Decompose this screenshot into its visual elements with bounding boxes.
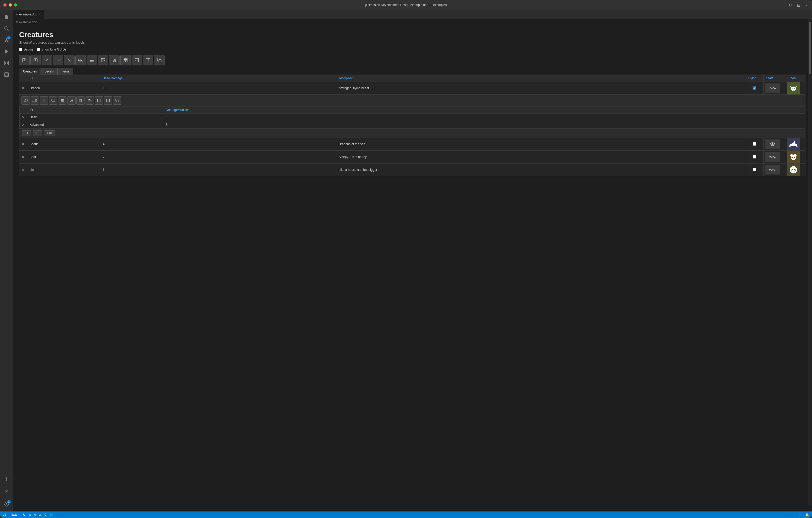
files-icon[interactable] [1,12,12,22]
dragon-delete-btn[interactable]: ✕ [19,85,27,92]
bell-icon[interactable]: 🔔 [805,513,809,517]
dragon-flying-cell[interactable] [745,82,763,95]
lion-delete-btn[interactable]: ✕ [19,166,27,173]
col-tooltip[interactable]: TooltipText [336,75,745,82]
col-icon[interactable]: Icon [787,75,806,82]
image-btn[interactable] [98,55,108,65]
code-btn[interactable] [132,55,142,65]
checkbox-col-btn[interactable] [120,55,131,65]
lion-flying-checkbox[interactable] [753,168,756,171]
add-1-btn[interactable]: +1 [22,130,31,136]
copy-btn[interactable] [154,55,165,65]
nested-image-btn[interactable] [67,96,76,105]
lion-id-cell[interactable]: Lion [27,164,100,176]
nested-ref-btn[interactable] [104,96,112,105]
nested-text-btn[interactable]: Abc [49,96,57,105]
nested-formula-btn[interactable] [40,96,48,105]
col-stats[interactable]: Stats [763,75,787,82]
split-editor-icon[interactable]: ⊟ [797,3,800,7]
tab-creatures[interactable]: Creatures [19,68,41,75]
maximize-button[interactable] [14,3,17,6]
advanced-delete-btn[interactable]: ✕ [20,121,27,128]
col-flying[interactable]: Flying [745,75,763,82]
show-guids-checkbox[interactable] [37,48,40,51]
notifications-icon[interactable]: 👤 [798,513,802,517]
scrollbar-thumb[interactable] [809,22,811,74]
table-icon[interactable] [1,69,12,80]
extensions-icon[interactable] [1,58,12,68]
tab-items[interactable]: Items [58,68,73,75]
dragon-tooltip-cell[interactable]: A winged, flying beast [336,82,745,95]
shark-tooltip-cell[interactable]: Dragons of the sea [336,138,745,151]
nested-multiline-btn[interactable] [58,96,66,105]
lion-damage-cell[interactable]: 6 [100,164,336,176]
debug-checkbox[interactable] [19,48,22,51]
bear-flying-cell[interactable] [745,151,763,164]
multiline-btn[interactable] [87,55,97,65]
bear-delete-btn[interactable]: ✕ [19,153,27,161]
account-icon[interactable] [1,486,12,497]
edit-btn[interactable] [30,55,41,65]
show-guids-checkbox-label[interactable]: Show Line GUIDs [37,48,66,51]
add-5-btn[interactable]: +5 [33,130,42,136]
add-10-btn[interactable]: +10 [44,130,55,136]
basic-id-cell[interactable]: Basic [27,114,163,121]
formula-btn[interactable] [64,55,75,65]
add-row-options-btn[interactable] [19,55,30,65]
shark-flying-checkbox[interactable] [753,142,756,146]
settings-icon[interactable]: 1 [1,499,12,509]
tab-levels[interactable]: Levels [41,68,58,75]
bear-damage-cell[interactable]: 7 [100,151,336,164]
nested-enum-btn[interactable] [77,96,85,105]
minimize-button[interactable] [9,3,12,6]
nested-float-btn[interactable]: 1.23 [31,96,39,105]
lion-flying-cell[interactable] [745,164,763,176]
col-base-damage[interactable]: Base Damage [100,75,336,82]
globe-icon[interactable]: 🌐 [50,513,53,516]
error-count[interactable]: 0 [34,513,36,516]
enum-btn[interactable] [109,55,120,65]
scrollbar-track[interactable] [808,19,812,505]
bear-stats-icon[interactable] [765,152,780,162]
text-btn[interactable]: Abc [75,55,86,65]
reference-btn[interactable] [143,55,153,65]
bear-id-cell[interactable]: Bear [27,151,100,164]
shark-flying-cell[interactable] [745,138,763,151]
advanced-id-cell[interactable]: Advanced [27,121,163,129]
bear-flying-checkbox[interactable] [753,155,756,159]
shark-stats-icon[interactable] [765,139,780,149]
tab-close-button[interactable]: × [39,12,41,17]
warning-count[interactable]: 0 [45,513,46,516]
bear-tooltip-cell[interactable]: Sleepy, full of honey [336,151,745,164]
dragon-id-cell[interactable]: Dragon [27,82,100,95]
debug-checkbox-label[interactable]: Debug [19,48,33,51]
number-float-btn[interactable]: 1.23 [53,55,63,65]
basic-delete-btn[interactable]: ✕ [20,114,27,121]
dragon-damage-cell[interactable]: 10 [100,82,336,95]
shark-damage-cell[interactable]: 4 [100,138,336,151]
run-icon[interactable] [1,46,12,57]
branch-name[interactable]: master* [10,513,20,516]
sync-icon[interactable]: ↻ [23,513,26,517]
dragon-flying-checkbox[interactable] [753,86,756,90]
remote-icon[interactable] [1,474,12,484]
shark-delete-btn[interactable]: ✕ [19,141,27,148]
nested-checkbox-btn[interactable] [86,96,94,105]
search-icon[interactable] [1,23,12,34]
more-actions-icon[interactable]: ⋯ [805,3,809,7]
basic-modifier-cell[interactable]: 1 [163,114,805,121]
dragon-stats-icon[interactable] [765,83,780,93]
lion-tooltip-cell[interactable]: Like a house cat, but bigger [336,164,745,176]
advanced-modifier-cell[interactable]: 5 [163,121,805,129]
nested-copy-btn[interactable] [113,96,121,105]
nested-int-btn[interactable]: 123 [22,96,30,105]
source-control-icon[interactable]: 2 [1,35,12,45]
nested-code-btn[interactable] [95,96,103,105]
stats-col-damage-modifier[interactable]: DamageModifier [163,107,805,114]
lion-stats-icon[interactable] [765,165,780,174]
editor-tab-example[interactable]: ≡ example.dpo × [13,10,44,19]
close-button[interactable] [3,3,6,6]
number-int-btn[interactable]: 123 [41,55,52,65]
layout-icon[interactable]: ⚙ [789,3,793,7]
shark-id-cell[interactable]: Shark [27,138,100,151]
